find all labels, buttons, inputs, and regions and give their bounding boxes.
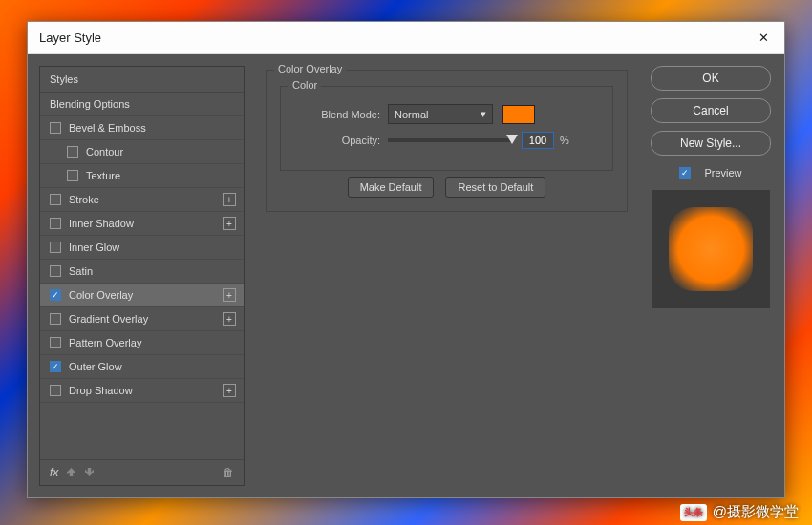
opacity-slider[interactable] xyxy=(388,138,512,142)
color-subgroup: Color Blend Mode: Normal ▾ Opacity: 100 xyxy=(280,86,613,171)
watermark: 头条 @摄影微学堂 xyxy=(680,503,799,521)
style-item-gradient-overlay[interactable]: Gradient Overlay+ xyxy=(40,307,244,331)
blend-mode-row: Blend Mode: Normal ▾ xyxy=(294,104,599,124)
close-icon[interactable]: ✕ xyxy=(754,31,773,45)
action-panel: OK Cancel New Style... Preview xyxy=(649,66,773,486)
style-item-color-overlay[interactable]: Color Overlay+ xyxy=(40,284,244,307)
dialog-body: Styles Blending Options Bevel & EmbossCo… xyxy=(28,54,784,497)
style-item-inner-glow[interactable]: Inner Glow xyxy=(40,236,244,260)
style-checkbox[interactable] xyxy=(50,313,61,325)
group-title: Color Overlay xyxy=(274,63,346,74)
color-overlay-group: Color Overlay Color Blend Mode: Normal ▾… xyxy=(266,70,628,212)
style-item-label: Texture xyxy=(86,170,120,181)
move-down-icon[interactable]: 🡻 xyxy=(84,467,95,478)
style-checkbox[interactable] xyxy=(50,289,61,301)
style-checkbox[interactable] xyxy=(50,122,61,134)
style-checkbox[interactable] xyxy=(50,242,61,253)
style-item-label: Outer Glow xyxy=(69,361,122,372)
style-item-drop-shadow[interactable]: Drop Shadow+ xyxy=(40,379,244,403)
color-subgroup-title: Color xyxy=(288,79,321,91)
style-checkbox[interactable] xyxy=(50,337,61,348)
blend-mode-value: Normal xyxy=(395,109,428,120)
style-item-label: Inner Glow xyxy=(69,242,119,253)
default-buttons: Make Default Reset to Default xyxy=(280,177,613,198)
style-item-label: Bevel & Emboss xyxy=(69,122,146,134)
style-checkbox[interactable] xyxy=(67,146,78,158)
fx-icon[interactable]: fx xyxy=(50,466,58,479)
ok-button[interactable]: OK xyxy=(651,66,771,91)
new-style-button[interactable]: New Style... xyxy=(651,131,771,156)
add-effect-icon[interactable]: + xyxy=(223,384,236,397)
blending-options[interactable]: Blending Options xyxy=(40,93,244,116)
style-item-label: Gradient Overlay xyxy=(69,313,148,325)
preview-blob-icon xyxy=(669,207,753,291)
opacity-unit: % xyxy=(560,135,569,146)
watermark-badge: 头条 xyxy=(680,504,707,521)
style-item-label: Pattern Overlay xyxy=(69,337,141,348)
style-item-satin[interactable]: Satin xyxy=(40,260,244,284)
add-effect-icon[interactable]: + xyxy=(223,288,236,302)
style-checkbox[interactable] xyxy=(50,265,61,277)
blend-mode-label: Blend Mode: xyxy=(294,109,380,120)
preview-thumbnail xyxy=(652,190,770,308)
styles-header[interactable]: Styles xyxy=(40,67,244,93)
opacity-input[interactable]: 100 xyxy=(522,132,554,149)
style-item-pattern-overlay[interactable]: Pattern Overlay xyxy=(40,331,244,355)
add-effect-icon[interactable]: + xyxy=(223,193,236,206)
opacity-row: Opacity: 100 % xyxy=(294,132,599,149)
chevron-down-icon: ▾ xyxy=(481,108,486,120)
styles-footer: fx 🡹 🡻 🗑 xyxy=(40,459,244,485)
layer-style-dialog: Layer Style ✕ Styles Blending Options Be… xyxy=(27,21,785,498)
add-effect-icon[interactable]: + xyxy=(223,217,236,230)
style-checkbox[interactable] xyxy=(67,170,78,181)
style-item-label: Drop Shadow xyxy=(69,385,133,396)
slider-thumb-icon[interactable] xyxy=(506,135,518,144)
style-item-outer-glow[interactable]: Outer Glow xyxy=(40,355,244,379)
style-item-inner-shadow[interactable]: Inner Shadow+ xyxy=(40,212,244,236)
style-checkbox[interactable] xyxy=(50,194,61,205)
style-item-label: Color Overlay xyxy=(69,289,133,301)
trash-icon[interactable]: 🗑 xyxy=(223,466,234,479)
style-checkbox[interactable] xyxy=(50,361,61,372)
cancel-button[interactable]: Cancel xyxy=(651,98,771,123)
style-checkbox[interactable] xyxy=(50,218,61,229)
preview-row: Preview xyxy=(679,167,741,178)
style-item-label: Stroke xyxy=(69,194,99,205)
make-default-button[interactable]: Make Default xyxy=(348,177,435,198)
style-item-label: Satin xyxy=(69,265,93,277)
preview-checkbox[interactable] xyxy=(679,167,691,178)
settings-panel: Color Overlay Color Blend Mode: Normal ▾… xyxy=(256,66,637,486)
color-swatch[interactable] xyxy=(502,105,535,124)
style-item-label: Inner Shadow xyxy=(69,218,134,229)
style-checkbox[interactable] xyxy=(50,385,61,396)
move-up-icon[interactable]: 🡹 xyxy=(66,467,76,478)
blend-mode-select[interactable]: Normal ▾ xyxy=(388,104,493,124)
style-item-stroke[interactable]: Stroke+ xyxy=(40,188,244,212)
opacity-label: Opacity: xyxy=(294,135,380,146)
preview-label: Preview xyxy=(704,167,741,178)
window-title: Layer Style xyxy=(39,31,101,45)
style-item-bevel-emboss[interactable]: Bevel & Emboss xyxy=(40,116,244,140)
reset-default-button[interactable]: Reset to Default xyxy=(445,177,545,198)
watermark-text: @摄影微学堂 xyxy=(713,503,799,521)
add-effect-icon[interactable]: + xyxy=(223,312,236,326)
styles-panel: Styles Blending Options Bevel & EmbossCo… xyxy=(39,66,245,486)
style-item-label: Contour xyxy=(86,146,123,158)
style-item-texture[interactable]: Texture xyxy=(40,164,244,188)
titlebar: Layer Style ✕ xyxy=(28,22,784,54)
style-item-contour[interactable]: Contour xyxy=(40,140,244,164)
